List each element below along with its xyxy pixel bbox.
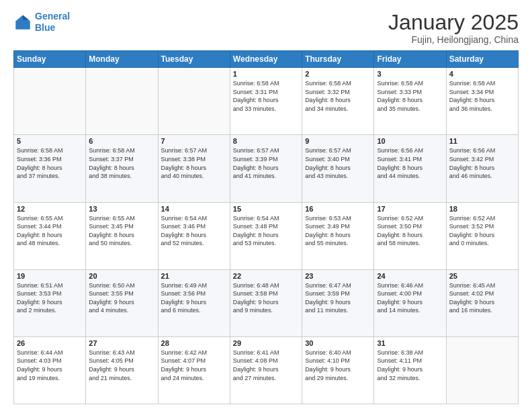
day-number: 10 bbox=[377, 137, 443, 145]
header: General Blue January 2025 Fujin, Heilong… bbox=[13, 11, 519, 45]
calendar-week-row: 1Sunrise: 6:58 AM Sunset: 3:31 PM Daylig… bbox=[14, 68, 519, 135]
day-number: 5 bbox=[17, 137, 83, 145]
day-number: 7 bbox=[161, 137, 227, 145]
day-info: Sunrise: 6:55 AM Sunset: 3:44 PM Dayligh… bbox=[17, 214, 83, 248]
day-number: 22 bbox=[233, 272, 299, 280]
calendar-day-cell: 13Sunrise: 6:55 AM Sunset: 3:45 PM Dayli… bbox=[86, 202, 158, 269]
calendar-day-cell: 3Sunrise: 6:58 AM Sunset: 3:33 PM Daylig… bbox=[374, 68, 446, 135]
title-block: January 2025 Fujin, Heilongjiang, China bbox=[388, 11, 519, 45]
day-info: Sunrise: 6:57 AM Sunset: 3:40 PM Dayligh… bbox=[305, 146, 371, 180]
main-title: January 2025 bbox=[388, 11, 519, 34]
calendar-day-cell: 30Sunrise: 6:40 AM Sunset: 4:10 PM Dayli… bbox=[302, 336, 374, 404]
calendar-day-cell: 28Sunrise: 6:42 AM Sunset: 4:07 PM Dayli… bbox=[158, 336, 230, 404]
day-info: Sunrise: 6:38 AM Sunset: 4:11 PM Dayligh… bbox=[377, 349, 443, 382]
calendar-day-cell: 25Sunrise: 6:45 AM Sunset: 4:02 PM Dayli… bbox=[446, 269, 518, 336]
day-number: 11 bbox=[449, 137, 515, 145]
logo-icon bbox=[13, 13, 32, 32]
calendar-day-cell: 20Sunrise: 6:50 AM Sunset: 3:55 PM Dayli… bbox=[86, 269, 158, 336]
day-number: 24 bbox=[377, 272, 443, 280]
day-info: Sunrise: 6:46 AM Sunset: 4:00 PM Dayligh… bbox=[377, 281, 443, 315]
calendar-week-row: 12Sunrise: 6:55 AM Sunset: 3:44 PM Dayli… bbox=[14, 202, 519, 269]
calendar-day-cell: 5Sunrise: 6:58 AM Sunset: 3:36 PM Daylig… bbox=[14, 135, 86, 202]
day-number: 29 bbox=[233, 339, 299, 347]
day-info: Sunrise: 6:43 AM Sunset: 4:05 PM Dayligh… bbox=[89, 349, 154, 382]
calendar-header-row: SundayMondayTuesdayWednesdayThursdayFrid… bbox=[14, 51, 519, 68]
svg-rect-2 bbox=[16, 21, 30, 29]
calendar-week-row: 5Sunrise: 6:58 AM Sunset: 3:36 PM Daylig… bbox=[14, 135, 519, 202]
calendar-week-row: 26Sunrise: 6:44 AM Sunset: 4:03 PM Dayli… bbox=[14, 336, 519, 404]
subtitle: Fujin, Heilongjiang, China bbox=[388, 34, 519, 45]
day-info: Sunrise: 6:58 AM Sunset: 3:33 PM Dayligh… bbox=[377, 79, 443, 113]
day-number: 15 bbox=[233, 205, 299, 213]
calendar-day-cell: 26Sunrise: 6:44 AM Sunset: 4:03 PM Dayli… bbox=[14, 336, 86, 404]
day-info: Sunrise: 6:58 AM Sunset: 3:31 PM Dayligh… bbox=[233, 79, 299, 113]
day-number: 6 bbox=[89, 137, 154, 145]
day-number: 2 bbox=[305, 70, 371, 78]
logo-text: General Blue bbox=[35, 11, 70, 34]
day-number: 21 bbox=[161, 272, 227, 280]
calendar-day-cell bbox=[158, 68, 230, 135]
calendar-day-cell: 21Sunrise: 6:49 AM Sunset: 3:56 PM Dayli… bbox=[158, 269, 230, 336]
day-info: Sunrise: 6:57 AM Sunset: 3:39 PM Dayligh… bbox=[233, 146, 299, 180]
calendar-day-cell: 14Sunrise: 6:54 AM Sunset: 3:46 PM Dayli… bbox=[158, 202, 230, 269]
day-number: 19 bbox=[17, 272, 83, 280]
page: General Blue January 2025 Fujin, Heilong… bbox=[0, 0, 532, 411]
day-info: Sunrise: 6:57 AM Sunset: 3:38 PM Dayligh… bbox=[161, 146, 227, 180]
day-info: Sunrise: 6:54 AM Sunset: 3:48 PM Dayligh… bbox=[233, 214, 299, 248]
calendar-day-header: Sunday bbox=[14, 51, 86, 68]
calendar-day-cell: 19Sunrise: 6:51 AM Sunset: 3:53 PM Dayli… bbox=[14, 269, 86, 336]
calendar-day-cell: 23Sunrise: 6:47 AM Sunset: 3:59 PM Dayli… bbox=[302, 269, 374, 336]
day-info: Sunrise: 6:44 AM Sunset: 4:03 PM Dayligh… bbox=[17, 349, 83, 382]
day-info: Sunrise: 6:51 AM Sunset: 3:53 PM Dayligh… bbox=[17, 281, 83, 315]
day-number: 16 bbox=[305, 205, 371, 213]
day-info: Sunrise: 6:56 AM Sunset: 3:42 PM Dayligh… bbox=[449, 146, 515, 180]
day-info: Sunrise: 6:55 AM Sunset: 3:45 PM Dayligh… bbox=[89, 214, 154, 248]
day-info: Sunrise: 6:41 AM Sunset: 4:08 PM Dayligh… bbox=[233, 349, 299, 382]
calendar-day-cell: 11Sunrise: 6:56 AM Sunset: 3:42 PM Dayli… bbox=[446, 135, 518, 202]
calendar-day-cell: 15Sunrise: 6:54 AM Sunset: 3:48 PM Dayli… bbox=[230, 202, 302, 269]
day-info: Sunrise: 6:47 AM Sunset: 3:59 PM Dayligh… bbox=[305, 281, 371, 315]
day-number: 14 bbox=[161, 205, 227, 213]
day-number: 3 bbox=[377, 70, 443, 78]
day-number: 18 bbox=[449, 205, 515, 213]
day-info: Sunrise: 6:42 AM Sunset: 4:07 PM Dayligh… bbox=[161, 349, 227, 382]
day-number: 4 bbox=[449, 70, 515, 78]
calendar-day-cell: 18Sunrise: 6:52 AM Sunset: 3:52 PM Dayli… bbox=[446, 202, 518, 269]
day-number: 9 bbox=[305, 137, 371, 145]
calendar-day-cell: 17Sunrise: 6:52 AM Sunset: 3:50 PM Dayli… bbox=[374, 202, 446, 269]
day-info: Sunrise: 6:58 AM Sunset: 3:37 PM Dayligh… bbox=[89, 146, 154, 180]
calendar-day-cell: 4Sunrise: 6:58 AM Sunset: 3:34 PM Daylig… bbox=[446, 68, 518, 135]
calendar-day-cell: 24Sunrise: 6:46 AM Sunset: 4:00 PM Dayli… bbox=[374, 269, 446, 336]
calendar-day-cell: 16Sunrise: 6:53 AM Sunset: 3:49 PM Dayli… bbox=[302, 202, 374, 269]
calendar-day-header: Wednesday bbox=[230, 51, 302, 68]
calendar-day-cell: 8Sunrise: 6:57 AM Sunset: 3:39 PM Daylig… bbox=[230, 135, 302, 202]
calendar-day-header: Saturday bbox=[446, 51, 518, 68]
logo: General Blue bbox=[13, 11, 70, 34]
calendar-day-cell: 6Sunrise: 6:58 AM Sunset: 3:37 PM Daylig… bbox=[86, 135, 158, 202]
calendar-body: 1Sunrise: 6:58 AM Sunset: 3:31 PM Daylig… bbox=[14, 68, 519, 404]
day-number: 8 bbox=[233, 137, 299, 145]
day-number: 26 bbox=[17, 339, 83, 347]
day-info: Sunrise: 6:58 AM Sunset: 3:32 PM Dayligh… bbox=[305, 79, 371, 113]
calendar-day-cell: 31Sunrise: 6:38 AM Sunset: 4:11 PM Dayli… bbox=[374, 336, 446, 404]
day-number: 28 bbox=[161, 339, 227, 347]
day-number: 1 bbox=[233, 70, 299, 78]
calendar-day-cell bbox=[14, 68, 86, 135]
calendar-day-cell: 1Sunrise: 6:58 AM Sunset: 3:31 PM Daylig… bbox=[230, 68, 302, 135]
day-number: 25 bbox=[449, 272, 515, 280]
day-info: Sunrise: 6:56 AM Sunset: 3:41 PM Dayligh… bbox=[377, 146, 443, 180]
calendar-day-cell: 22Sunrise: 6:48 AM Sunset: 3:58 PM Dayli… bbox=[230, 269, 302, 336]
calendar-day-cell: 10Sunrise: 6:56 AM Sunset: 3:41 PM Dayli… bbox=[374, 135, 446, 202]
day-info: Sunrise: 6:58 AM Sunset: 3:34 PM Dayligh… bbox=[449, 79, 515, 113]
calendar-day-cell: 9Sunrise: 6:57 AM Sunset: 3:40 PM Daylig… bbox=[302, 135, 374, 202]
calendar-day-cell: 29Sunrise: 6:41 AM Sunset: 4:08 PM Dayli… bbox=[230, 336, 302, 404]
calendar-day-cell bbox=[86, 68, 158, 135]
day-info: Sunrise: 6:45 AM Sunset: 4:02 PM Dayligh… bbox=[449, 281, 515, 315]
logo-general: General bbox=[35, 11, 70, 21]
day-number: 17 bbox=[377, 205, 443, 213]
calendar-day-header: Friday bbox=[374, 51, 446, 68]
day-info: Sunrise: 6:40 AM Sunset: 4:10 PM Dayligh… bbox=[305, 349, 371, 382]
day-number: 20 bbox=[89, 272, 154, 280]
calendar-day-cell: 12Sunrise: 6:55 AM Sunset: 3:44 PM Dayli… bbox=[14, 202, 86, 269]
day-info: Sunrise: 6:54 AM Sunset: 3:46 PM Dayligh… bbox=[161, 214, 227, 248]
